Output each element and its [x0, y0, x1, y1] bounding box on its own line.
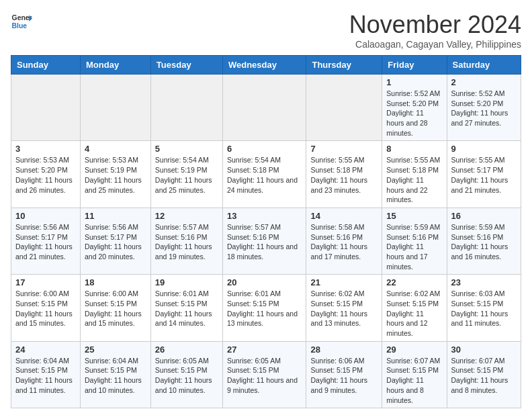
day-info: Sunrise: 6:05 AM Sunset: 5:15 PM Dayligh… [155, 356, 218, 396]
day-number: 20 [227, 277, 302, 287]
day-cell: 30Sunrise: 6:07 AM Sunset: 5:15 PM Dayli… [447, 341, 521, 408]
week-row-5: 24Sunrise: 6:04 AM Sunset: 5:15 PM Dayli… [11, 341, 521, 408]
day-number: 27 [227, 345, 302, 355]
day-cell: 26Sunrise: 6:05 AM Sunset: 5:15 PM Dayli… [150, 341, 222, 408]
day-info: Sunrise: 6:05 AM Sunset: 5:15 PM Dayligh… [227, 356, 302, 396]
day-info: Sunrise: 6:04 AM Sunset: 5:15 PM Dayligh… [15, 356, 76, 396]
day-info: Sunrise: 6:06 AM Sunset: 5:15 PM Dayligh… [310, 356, 378, 396]
day-number: 25 [85, 345, 146, 355]
day-cell: 12Sunrise: 5:57 AM Sunset: 5:16 PM Dayli… [150, 208, 222, 274]
day-info: Sunrise: 5:53 AM Sunset: 5:19 PM Dayligh… [85, 155, 146, 195]
day-info: Sunrise: 6:01 AM Sunset: 5:15 PM Dayligh… [155, 289, 218, 328]
day-info: Sunrise: 5:52 AM Sunset: 5:20 PM Dayligh… [451, 89, 517, 128]
day-cell: 8Sunrise: 5:55 AM Sunset: 5:18 PM Daylig… [382, 141, 447, 208]
day-cell [11, 75, 81, 141]
calendar-body: 1Sunrise: 5:52 AM Sunset: 5:20 PM Daylig… [11, 75, 521, 408]
day-info: Sunrise: 6:00 AM Sunset: 5:15 PM Dayligh… [15, 289, 76, 328]
day-number: 7 [310, 144, 378, 154]
day-cell: 16Sunrise: 5:59 AM Sunset: 5:16 PM Dayli… [447, 208, 521, 274]
day-info: Sunrise: 5:57 AM Sunset: 5:16 PM Dayligh… [155, 222, 218, 262]
day-info: Sunrise: 5:55 AM Sunset: 5:18 PM Dayligh… [310, 155, 378, 195]
day-info: Sunrise: 6:04 AM Sunset: 5:15 PM Dayligh… [85, 356, 146, 396]
day-number: 4 [85, 144, 146, 154]
calendar-header-row: SundayMondayTuesdayWednesdayThursdayFrid… [11, 56, 521, 75]
day-cell: 24Sunrise: 6:04 AM Sunset: 5:15 PM Dayli… [11, 341, 81, 408]
day-info: Sunrise: 5:54 AM Sunset: 5:19 PM Dayligh… [155, 155, 218, 195]
day-cell: 29Sunrise: 6:07 AM Sunset: 5:15 PM Dayli… [382, 341, 447, 408]
week-row-2: 3Sunrise: 5:53 AM Sunset: 5:20 PM Daylig… [11, 141, 521, 208]
day-number: 2 [451, 77, 517, 87]
day-cell: 19Sunrise: 6:01 AM Sunset: 5:15 PM Dayli… [150, 275, 222, 341]
day-number: 14 [310, 211, 378, 221]
day-info: Sunrise: 5:59 AM Sunset: 5:16 PM Dayligh… [451, 222, 517, 262]
day-number: 17 [15, 277, 76, 287]
day-cell: 9Sunrise: 5:55 AM Sunset: 5:17 PM Daylig… [447, 141, 521, 208]
col-header-monday: Monday [81, 56, 151, 75]
day-number: 8 [386, 144, 442, 154]
day-cell: 11Sunrise: 5:56 AM Sunset: 5:17 PM Dayli… [81, 208, 151, 274]
day-cell: 28Sunrise: 6:06 AM Sunset: 5:15 PM Dayli… [306, 341, 382, 408]
day-info: Sunrise: 5:57 AM Sunset: 5:16 PM Dayligh… [227, 222, 302, 262]
day-cell: 14Sunrise: 5:58 AM Sunset: 5:16 PM Dayli… [306, 208, 382, 274]
day-cell: 25Sunrise: 6:04 AM Sunset: 5:15 PM Dayli… [81, 341, 151, 408]
day-cell [306, 75, 382, 141]
day-info: Sunrise: 5:56 AM Sunset: 5:17 PM Dayligh… [15, 222, 76, 262]
day-cell: 21Sunrise: 6:02 AM Sunset: 5:15 PM Dayli… [306, 275, 382, 341]
day-cell: 5Sunrise: 5:54 AM Sunset: 5:19 PM Daylig… [150, 141, 222, 208]
day-number: 24 [15, 345, 76, 355]
month-title: November 2024 [349, 11, 521, 39]
day-number: 21 [310, 277, 378, 287]
logo: General Blue [11, 11, 32, 32]
day-info: Sunrise: 6:07 AM Sunset: 5:15 PM Dayligh… [451, 356, 517, 396]
day-cell: 22Sunrise: 6:02 AM Sunset: 5:15 PM Dayli… [382, 275, 447, 341]
day-cell: 4Sunrise: 5:53 AM Sunset: 5:19 PM Daylig… [81, 141, 151, 208]
day-number: 10 [15, 211, 76, 221]
day-cell: 13Sunrise: 5:57 AM Sunset: 5:16 PM Dayli… [222, 208, 306, 274]
col-header-thursday: Thursday [306, 56, 382, 75]
day-number: 6 [227, 144, 302, 154]
day-number: 19 [155, 277, 218, 287]
page-header: General Blue November 2024 Calaoagan, Ca… [11, 11, 521, 50]
week-row-1: 1Sunrise: 5:52 AM Sunset: 5:20 PM Daylig… [11, 75, 521, 141]
day-info: Sunrise: 6:03 AM Sunset: 5:15 PM Dayligh… [451, 289, 517, 328]
day-cell: 7Sunrise: 5:55 AM Sunset: 5:18 PM Daylig… [306, 141, 382, 208]
day-cell: 3Sunrise: 5:53 AM Sunset: 5:20 PM Daylig… [11, 141, 81, 208]
day-number: 5 [155, 144, 218, 154]
day-info: Sunrise: 5:55 AM Sunset: 5:17 PM Dayligh… [451, 155, 517, 195]
day-number: 28 [310, 345, 378, 355]
day-cell: 6Sunrise: 5:54 AM Sunset: 5:18 PM Daylig… [222, 141, 306, 208]
day-number: 22 [386, 277, 442, 287]
col-header-saturday: Saturday [447, 56, 521, 75]
week-row-3: 10Sunrise: 5:56 AM Sunset: 5:17 PM Dayli… [11, 208, 521, 274]
day-info: Sunrise: 5:58 AM Sunset: 5:16 PM Dayligh… [310, 222, 378, 262]
logo-icon: General Blue [11, 11, 32, 32]
day-number: 29 [386, 345, 442, 355]
day-number: 1 [386, 77, 442, 87]
col-header-sunday: Sunday [11, 56, 81, 75]
col-header-friday: Friday [382, 56, 447, 75]
day-cell [222, 75, 306, 141]
day-info: Sunrise: 5:52 AM Sunset: 5:20 PM Dayligh… [386, 89, 442, 138]
day-cell: 17Sunrise: 6:00 AM Sunset: 5:15 PM Dayli… [11, 275, 81, 341]
day-number: 16 [451, 211, 517, 221]
calendar-table: SundayMondayTuesdayWednesdayThursdayFrid… [11, 55, 521, 408]
day-info: Sunrise: 6:07 AM Sunset: 5:15 PM Dayligh… [386, 356, 442, 405]
day-info: Sunrise: 6:00 AM Sunset: 5:15 PM Dayligh… [85, 289, 146, 328]
day-cell: 18Sunrise: 6:00 AM Sunset: 5:15 PM Dayli… [81, 275, 151, 341]
day-info: Sunrise: 5:59 AM Sunset: 5:16 PM Dayligh… [386, 222, 442, 271]
day-number: 23 [451, 277, 517, 287]
svg-text:Blue: Blue [12, 22, 28, 30]
day-number: 30 [451, 345, 517, 355]
day-info: Sunrise: 6:02 AM Sunset: 5:15 PM Dayligh… [386, 289, 442, 338]
day-info: Sunrise: 5:53 AM Sunset: 5:20 PM Dayligh… [15, 155, 76, 195]
day-cell: 1Sunrise: 5:52 AM Sunset: 5:20 PM Daylig… [382, 75, 447, 141]
day-cell [81, 75, 151, 141]
location: Calaoagan, Cagayan Valley, Philippines [349, 39, 521, 50]
day-cell: 2Sunrise: 5:52 AM Sunset: 5:20 PM Daylig… [447, 75, 521, 141]
day-cell: 15Sunrise: 5:59 AM Sunset: 5:16 PM Dayli… [382, 208, 447, 274]
day-number: 12 [155, 211, 218, 221]
day-number: 11 [85, 211, 146, 221]
day-cell: 10Sunrise: 5:56 AM Sunset: 5:17 PM Dayli… [11, 208, 81, 274]
day-number: 18 [85, 277, 146, 287]
day-number: 15 [386, 211, 442, 221]
